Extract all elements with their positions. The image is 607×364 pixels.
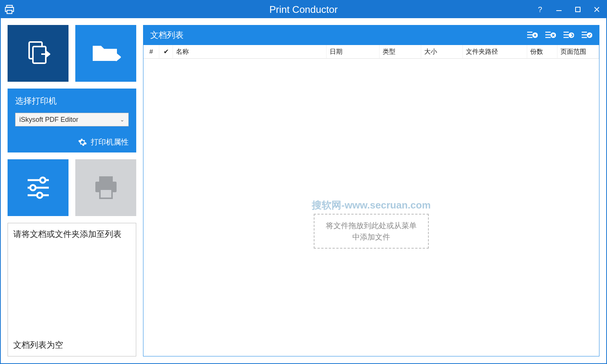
app-icon [1,5,18,14]
printer-properties-label: 打印机属性 [91,137,129,147]
dropzone[interactable]: 将文件拖放到此处或从菜单 中添加文件 [314,214,429,249]
col-type[interactable]: 类型 [380,45,421,58]
svg-rect-15 [99,176,113,182]
print-button[interactable] [75,159,136,216]
add-documents-button[interactable] [8,25,68,82]
app-title: Print Conductor [1,4,606,16]
col-copies[interactable]: 份数 [527,45,557,58]
col-range[interactable]: 页面范围 [557,45,599,58]
settings-button[interactable] [8,159,68,216]
svg-rect-4 [576,7,580,12]
add-tiles-row [8,25,136,82]
printer-panel: 选择打印机 iSkysoft PDF Editor ⌄ 打印机属性 [8,89,136,152]
printer-properties-button[interactable]: 打印机属性 [15,137,129,147]
col-size[interactable]: 大小 [421,45,463,58]
dropzone-line-2: 中添加文件 [326,231,417,243]
list-action-2[interactable] [545,30,556,40]
titlebar: Print Conductor ? [1,1,606,18]
close-button[interactable] [587,1,606,18]
svg-rect-17 [100,189,112,198]
chevron-down-icon: ⌄ [120,117,125,123]
add-documents-icon [23,38,53,68]
dropzone-line-1: 将文件拖放到此处或从菜单 [326,220,417,231]
document-list-header: 文档列表 [143,25,599,45]
printer-select-value: iSkysoft PDF Editor [19,116,78,124]
maximize-button[interactable] [568,1,587,18]
status-line-2: 文档列表为空 [13,339,131,351]
svg-rect-2 [7,10,12,14]
col-check[interactable]: ✔ [159,45,173,58]
status-line-1: 请将文档或文件夹添加至列表 [13,229,131,240]
column-headers: # ✔ 名称 日期 类型 大小 文件夹路径 份数 页面范围 [143,45,599,59]
list-action-1[interactable] [526,30,538,40]
svg-point-10 [40,177,45,183]
printer-select[interactable]: iSkysoft PDF Editor ⌄ [15,113,129,126]
svg-point-14 [37,193,42,198]
add-folder-icon [89,38,123,68]
add-folder-button[interactable] [75,25,136,82]
printer-panel-title: 选择打印机 [15,95,129,107]
minimize-button[interactable] [549,1,568,18]
printer-icon [91,173,121,203]
svg-point-12 [30,185,36,190]
list-action-3[interactable] [563,30,574,40]
col-name[interactable]: 名称 [173,45,327,58]
sliders-icon [23,173,53,203]
list-action-4[interactable] [581,30,592,40]
app-window: Print Conductor ? [0,0,607,364]
app-body: 选择打印机 iSkysoft PDF Editor ⌄ 打印机属性 [1,18,606,363]
gear-icon [78,138,87,147]
window-controls: ? [531,1,606,18]
status-panel: 请将文档或文件夹添加至列表 文档列表为空 [8,223,136,356]
document-list-panel: 文档列表 [143,25,599,356]
list-header-actions [526,30,592,40]
watermark-text: 搜软网-www.secruan.com [312,199,431,212]
col-path[interactable]: 文件夹路径 [463,45,527,58]
document-list-area[interactable]: 搜软网-www.secruan.com 将文件拖放到此处或从菜单 中添加文件 [143,59,599,356]
sidebar: 选择打印机 iSkysoft PDF Editor ⌄ 打印机属性 [8,25,136,356]
help-button[interactable]: ? [531,1,549,18]
action-tiles-row [8,159,136,216]
col-num[interactable]: # [143,45,159,58]
document-list-title: 文档列表 [150,30,184,41]
col-date[interactable]: 日期 [327,45,380,58]
